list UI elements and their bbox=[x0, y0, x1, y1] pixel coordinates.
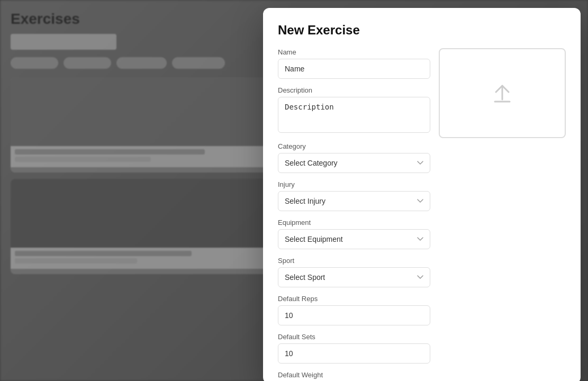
sport-field-group: Sport Select Sport bbox=[278, 257, 430, 287]
default-reps-input[interactable] bbox=[278, 305, 430, 325]
description-input[interactable]: Description bbox=[278, 97, 430, 133]
category-select[interactable]: Select Category bbox=[278, 153, 430, 173]
equipment-label: Equipment bbox=[278, 219, 430, 226]
default-reps-field-group: Default Reps bbox=[278, 295, 430, 325]
default-sets-field-group: Default Sets bbox=[278, 333, 430, 364]
modal-title: New Exercise bbox=[278, 23, 566, 38]
description-field-group: Description Description bbox=[278, 86, 430, 135]
name-field-group: Name bbox=[278, 48, 430, 79]
default-reps-label: Default Reps bbox=[278, 295, 430, 303]
category-field-group: Category Select Category bbox=[278, 142, 430, 173]
default-sets-label: Default Sets bbox=[278, 333, 430, 341]
default-weight-field-group: Default Weight bbox=[278, 371, 430, 381]
modal-right-panel: Cancel Submit bbox=[439, 48, 566, 381]
injury-select[interactable]: Select Injury bbox=[278, 191, 430, 211]
default-weight-label: Default Weight bbox=[278, 371, 430, 379]
description-label: Description bbox=[278, 86, 430, 94]
equipment-field-group: Equipment Select Equipment bbox=[278, 219, 430, 249]
equipment-select[interactable]: Select Equipment bbox=[278, 229, 430, 249]
modal-body: Name Description Description Category Se… bbox=[278, 48, 566, 381]
modal-form: Name Description Description Category Se… bbox=[278, 48, 430, 381]
new-exercise-modal: New Exercise Name Description Descriptio… bbox=[263, 8, 581, 381]
injury-field-group: Injury Select Injury bbox=[278, 180, 430, 211]
category-label: Category bbox=[278, 142, 430, 150]
name-input[interactable] bbox=[278, 59, 430, 79]
sport-label: Sport bbox=[278, 257, 430, 265]
name-label: Name bbox=[278, 48, 430, 56]
upload-area[interactable] bbox=[439, 48, 566, 138]
injury-label: Injury bbox=[278, 180, 430, 188]
upload-icon bbox=[490, 80, 515, 106]
sport-select[interactable]: Select Sport bbox=[278, 267, 430, 287]
default-sets-input[interactable] bbox=[278, 343, 430, 364]
